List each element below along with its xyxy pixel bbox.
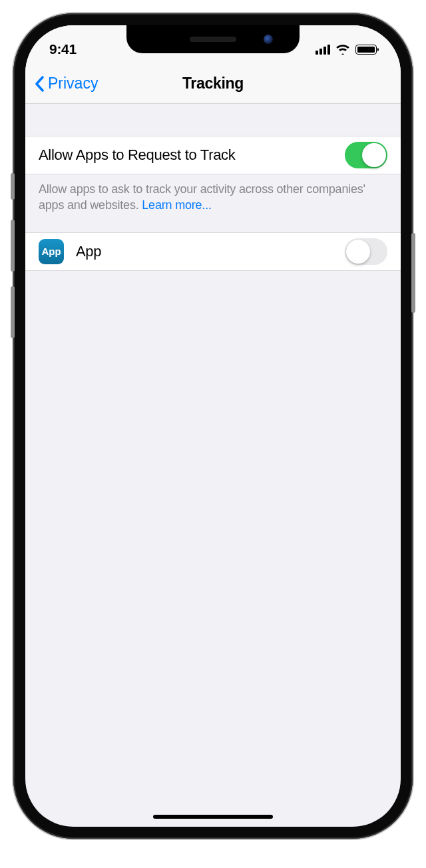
battery-icon — [355, 45, 377, 55]
cellular-signal-icon — [316, 44, 330, 55]
tracking-description: Allow apps to ask to track your activity… — [25, 174, 401, 232]
page-title: Tracking — [182, 75, 244, 93]
speaker-grille — [190, 37, 236, 42]
wifi-icon — [335, 44, 350, 55]
learn-more-link[interactable]: Learn more... — [142, 198, 211, 212]
power-button — [411, 233, 415, 313]
front-camera — [264, 35, 273, 44]
screen: 9:41 — [25, 25, 401, 827]
home-indicator[interactable] — [153, 815, 273, 819]
app-tracking-toggle[interactable] — [345, 238, 387, 265]
allow-tracking-label: Allow Apps to Request to Track — [39, 146, 345, 164]
back-label: Privacy — [48, 75, 98, 93]
app-row: App App — [25, 232, 401, 271]
status-time: 9:41 — [49, 41, 77, 57]
phone-frame: 9:41 — [13, 13, 413, 839]
mute-switch — [11, 173, 15, 200]
app-name-label: App — [76, 243, 345, 260]
navigation-bar: Privacy Tracking — [25, 64, 401, 104]
allow-tracking-toggle[interactable] — [345, 142, 387, 168]
volume-up-button — [11, 220, 15, 272]
app-icon: App — [39, 239, 64, 264]
notch — [126, 25, 300, 53]
volume-down-button — [11, 286, 15, 338]
chevron-left-icon — [35, 76, 45, 92]
status-icons — [316, 44, 377, 55]
allow-tracking-row: Allow Apps to Request to Track — [25, 136, 401, 174]
content-area: Allow Apps to Request to Track Allow app… — [25, 104, 401, 271]
back-button[interactable]: Privacy — [35, 64, 98, 103]
